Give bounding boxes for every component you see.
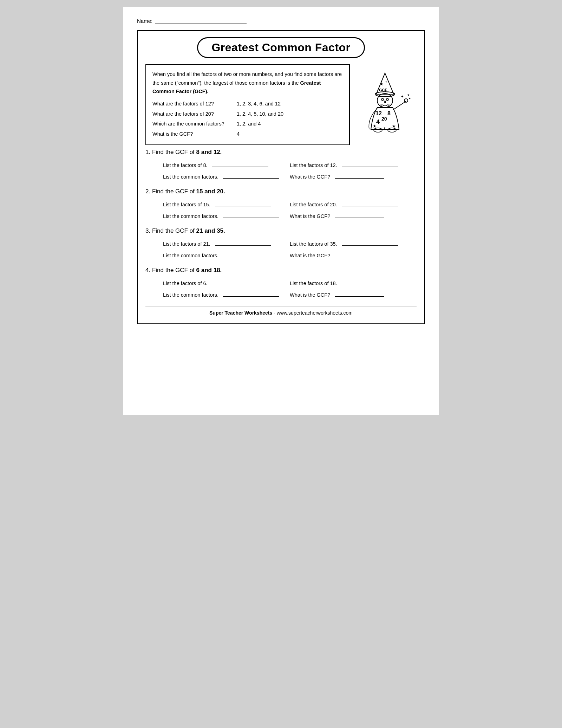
p1-right2-answer[interactable] bbox=[335, 172, 384, 179]
intro-row-3: Which are the common factors? 1, 2, and … bbox=[152, 120, 343, 128]
svg-point-8 bbox=[384, 101, 386, 103]
p4-left2-label: List the common factors. bbox=[163, 292, 218, 298]
p4-left1-label: List the factors of 6. bbox=[163, 281, 208, 286]
p1-right2-label: What is the GCF? bbox=[290, 174, 330, 180]
intro-row-4: What is the GCF? 4 bbox=[152, 130, 343, 138]
p4-right2-answer[interactable] bbox=[335, 290, 384, 297]
p1-left1-answer[interactable] bbox=[212, 161, 268, 167]
intro-row4-value: 4 bbox=[237, 130, 240, 138]
p1-right1-label: List the factors of 12. bbox=[290, 162, 337, 168]
p3-right1-answer[interactable] bbox=[342, 239, 398, 246]
problem-1-row2: List the common factors. What is the GCF… bbox=[163, 172, 417, 180]
p1-right1-answer[interactable] bbox=[342, 161, 398, 167]
problem-1-right2: What is the GCF? bbox=[290, 172, 417, 180]
problem-4-title-bold: 6 and 18. bbox=[196, 267, 222, 273]
worksheet-page: Name: Greatest Common Factor When you fi… bbox=[123, 7, 439, 415]
problem-2-right1: List the factors of 20. bbox=[290, 200, 417, 207]
page-title: Greatest Common Factor bbox=[211, 41, 350, 54]
wizard-image-container: ★ ✦ GCF 12 bbox=[350, 64, 417, 145]
p3-left2-label: List the common factors. bbox=[163, 253, 218, 258]
footer-url[interactable]: www.superteacherworksheets.com bbox=[277, 310, 353, 316]
svg-text:★: ★ bbox=[392, 124, 396, 129]
name-field[interactable] bbox=[155, 18, 247, 24]
problem-3-title-bold: 21 and 35. bbox=[196, 227, 225, 234]
problem-4-right2: What is the GCF? bbox=[290, 290, 417, 298]
problem-3-left1: List the factors of 21. bbox=[163, 239, 290, 247]
footer: Super Teacher Worksheets - www.superteac… bbox=[145, 306, 417, 316]
problem-1-title-plain: Find the GCF of bbox=[150, 149, 196, 155]
p1-left2-answer[interactable] bbox=[223, 172, 279, 179]
intro-row-1: What are the factors of 12? 1, 2, 3, 4, … bbox=[152, 99, 343, 108]
svg-line-13 bbox=[393, 101, 406, 110]
p3-right2-label: What is the GCF? bbox=[290, 253, 330, 258]
p2-left2-answer[interactable] bbox=[223, 212, 279, 218]
problems-section: 1. Find the GCF of 8 and 12. List the fa… bbox=[145, 149, 417, 298]
intro-paragraph: When you find all the factors of two or … bbox=[152, 70, 343, 96]
problem-2-left2: List the common factors. bbox=[163, 212, 290, 219]
name-row: Name: bbox=[137, 18, 425, 24]
problem-4-left2: List the common factors. bbox=[163, 290, 290, 298]
name-label: Name: bbox=[137, 18, 152, 24]
svg-text:★: ★ bbox=[373, 124, 377, 129]
problem-4-number: 4. bbox=[145, 267, 150, 273]
problem-4-right1: List the factors of 18. bbox=[290, 279, 417, 286]
svg-text:GCF: GCF bbox=[379, 88, 387, 92]
svg-point-6 bbox=[381, 98, 384, 101]
p4-right1-label: List the factors of 18. bbox=[290, 281, 337, 286]
intro-row3-label: Which are the common factors? bbox=[152, 120, 237, 128]
p3-left1-answer[interactable] bbox=[215, 239, 271, 246]
problem-3-number: 3. bbox=[145, 227, 150, 234]
p4-left1-answer[interactable] bbox=[212, 279, 268, 285]
p2-left1-answer[interactable] bbox=[215, 200, 271, 206]
svg-text:12: 12 bbox=[375, 110, 382, 116]
problem-2-left1: List the factors of 15. bbox=[163, 200, 290, 207]
svg-text:✦: ✦ bbox=[409, 97, 411, 100]
problem-2-row1: List the factors of 15. List the factors… bbox=[163, 200, 417, 207]
p4-left2-answer[interactable] bbox=[223, 290, 279, 297]
title-box: Greatest Common Factor bbox=[197, 37, 365, 58]
p4-right1-answer[interactable] bbox=[342, 279, 398, 285]
problem-1: 1. Find the GCF of 8 and 12. List the fa… bbox=[145, 149, 417, 180]
problem-4-rows: List the factors of 6. List the factors … bbox=[163, 279, 417, 298]
problem-3-right1: List the factors of 35. bbox=[290, 239, 417, 247]
footer-brand: Super Teacher Worksheets bbox=[209, 310, 272, 316]
p1-left1-label: List the factors of 8. bbox=[163, 162, 208, 168]
svg-text:✦: ✦ bbox=[385, 80, 387, 84]
problem-3-left2: List the common factors. bbox=[163, 251, 290, 258]
p3-left2-answer[interactable] bbox=[223, 251, 279, 257]
problem-2-number: 2. bbox=[145, 188, 150, 195]
p2-left2-label: List the common factors. bbox=[163, 213, 218, 219]
intro-row1-label: What are the factors of 12? bbox=[152, 99, 237, 108]
problem-4-row1: List the factors of 6. List the factors … bbox=[163, 279, 417, 286]
p2-right2-answer[interactable] bbox=[335, 212, 384, 218]
problem-1-rows: List the factors of 8. List the factors … bbox=[163, 161, 417, 180]
svg-point-14 bbox=[404, 99, 408, 102]
problem-2-rows: List the factors of 15. List the factors… bbox=[163, 200, 417, 219]
wizard-illustration: ★ ✦ GCF 12 bbox=[355, 70, 415, 140]
p3-right2-answer[interactable] bbox=[335, 251, 384, 257]
problem-2-title-bold: 15 and 20. bbox=[196, 188, 225, 195]
p4-right2-label: What is the GCF? bbox=[290, 292, 330, 298]
problem-1-left1: List the factors of 8. bbox=[163, 161, 290, 168]
problem-1-row1: List the factors of 8. List the factors … bbox=[163, 161, 417, 168]
intro-row2-value: 1, 2, 4, 5, 10, and 20 bbox=[237, 110, 283, 118]
problem-1-left2: List the common factors. bbox=[163, 172, 290, 180]
problem-4-title-plain: Find the GCF of bbox=[150, 267, 196, 273]
svg-text:✦: ✦ bbox=[383, 126, 386, 130]
p2-right2-label: What is the GCF? bbox=[290, 213, 330, 219]
problem-3: 3. Find the GCF of 21 and 35. List the f… bbox=[145, 227, 417, 258]
p2-right1-answer[interactable] bbox=[342, 200, 398, 206]
p1-left2-label: List the common factors. bbox=[163, 174, 218, 180]
intro-row-2: What are the factors of 20? 1, 2, 4, 5, … bbox=[152, 110, 343, 118]
footer-separator: - bbox=[272, 310, 276, 316]
problem-2: 2. Find the GCF of 15 and 20. List the f… bbox=[145, 188, 417, 219]
intro-row1-value: 1, 2, 3, 4, 6, and 12 bbox=[237, 99, 281, 108]
problem-3-rows: List the factors of 21. List the factors… bbox=[163, 239, 417, 258]
svg-text:★: ★ bbox=[380, 82, 384, 86]
info-section: When you find all the factors of two or … bbox=[145, 64, 417, 145]
problem-3-row1: List the factors of 21. List the factors… bbox=[163, 239, 417, 247]
problem-1-title-bold: 8 and 12. bbox=[196, 149, 222, 155]
problem-4-title: 4. Find the GCF of 6 and 18. bbox=[145, 267, 417, 274]
problem-2-title: 2. Find the GCF of 15 and 20. bbox=[145, 188, 417, 195]
svg-text:8: 8 bbox=[387, 110, 391, 116]
